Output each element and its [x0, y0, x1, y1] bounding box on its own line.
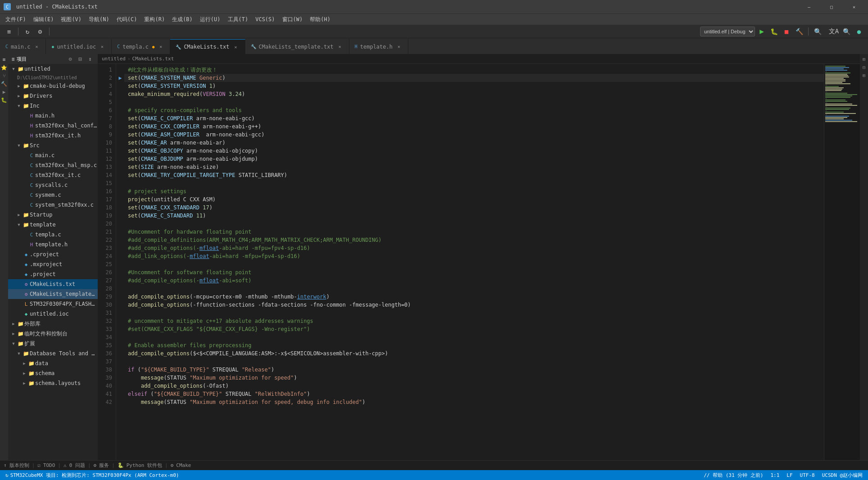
tab-close-template-h[interactable]: ✕ [395, 43, 402, 50]
sidebar-item-hal-msp-c[interactable]: C stm32f0xx_hal_msp.c [8, 160, 98, 170]
sidebar-item-system-c[interactable]: C system_stm32f0xx.c [8, 200, 98, 210]
code-editor[interactable]: #此文件从模板自动生成！请勿更改！ set(CMAKE_SYSTEM_NAME … [124, 64, 824, 460]
sidebar-item-main-h[interactable]: H main.h [8, 111, 98, 121]
tab-cmakelists[interactable]: 🔧 CMakeLists.txt ✕ [170, 39, 245, 54]
tab-cmakelists-template[interactable]: 🔧 CMakeLists_template.txt ✕ [245, 39, 349, 54]
bottom-todo-icon[interactable]: ☑ [37, 462, 41, 468]
sidebar-collapse-btn[interactable]: ⊟ [76, 55, 84, 63]
sidebar-item-ld[interactable]: L STM32F030F4PX_FLASH.ld [8, 299, 98, 309]
menu-tools[interactable]: 工具(T) [224, 15, 252, 24]
sidebar-item-temp-files[interactable]: ▶ 📁 临时文件和控制台 [8, 329, 98, 339]
status-csdn[interactable]: UCSDN @赵小编网 [820, 470, 864, 480]
tab-close-ioc[interactable]: ✕ [99, 43, 106, 50]
toolbar-translate-btn[interactable]: 文A [828, 27, 839, 36]
sidebar-item-schema-layouts[interactable]: ▶ 📁 schema.layouts [8, 378, 98, 388]
breadcrumb-file[interactable]: CMakeLists.txt [132, 56, 174, 62]
menu-view[interactable]: 视图(V) [57, 15, 85, 24]
sidebar-item-inc[interactable]: ▼ 📁 Inc [8, 101, 98, 111]
status-encoding[interactable]: UTF-8 [798, 470, 817, 480]
menu-run[interactable]: 运行(U) [196, 15, 224, 24]
stop-button[interactable]: ■ [781, 27, 792, 36]
build-button[interactable]: 🔨 [794, 27, 805, 36]
activity-project-icon[interactable]: ≡ [0, 56, 8, 63]
sidebar-item-schema[interactable]: ▶ 📁 schema [8, 368, 98, 378]
menu-help[interactable]: 帮助(H) [306, 15, 334, 24]
sidebar-item-external-libs[interactable]: ▶ 📁 外部库 [8, 319, 98, 329]
toolbar-search-btn[interactable]: 🔍 [841, 27, 852, 36]
close-button[interactable]: ✕ [844, 0, 864, 14]
sidebar-item-cmakelists-txt[interactable]: ⚙ CMakeLists.txt [8, 279, 98, 289]
breadcrumb-project[interactable]: untitled [102, 56, 126, 62]
toolbar-refresh-btn[interactable]: ↻ [22, 27, 33, 36]
sidebar-item-extensions[interactable]: ▼ 📁 扩展 [8, 339, 98, 349]
toolbar-project-btn[interactable]: ≡ [4, 27, 14, 36]
sidebar-item-main-c[interactable]: C main.c [8, 150, 98, 160]
menu-build[interactable]: 生成(B) [168, 15, 196, 24]
sidebar-item-db-tools[interactable]: ▼ 📁 Database Tools and SQL [8, 349, 98, 358]
tab-untitled-ioc[interactable]: ◆ untitled.ioc ✕ [46, 39, 112, 54]
menu-window[interactable]: 窗口(W) [279, 15, 307, 24]
toolbar-circle-btn[interactable]: ● [854, 27, 864, 36]
bottom-python-label[interactable]: Python 软件包 [127, 462, 162, 469]
menu-file[interactable]: 文件(F) [2, 15, 30, 24]
maximize-button[interactable]: □ [821, 0, 842, 14]
run-button[interactable]: ▶ [757, 27, 767, 36]
right-icon-3[interactable]: ⊞ [861, 72, 867, 78]
minimize-button[interactable]: — [799, 0, 819, 14]
sidebar-item-template-folder[interactable]: ▼ 📁 template [8, 220, 98, 230]
sidebar-item-data[interactable]: ▶ 📁 data [8, 358, 98, 368]
bottom-issues-label[interactable]: 0 问题 [69, 462, 85, 469]
sidebar-item-untitled-ioc[interactable]: ◆ untitled.ioc [8, 309, 98, 319]
menu-vcs[interactable]: VCS(S) [252, 15, 278, 23]
tab-templa-c[interactable]: C templa.c ● ✕ [112, 39, 170, 54]
bottom-cmake-label[interactable]: CMake [176, 462, 191, 468]
activity-debug-icon[interactable]: 🐛 [0, 96, 8, 104]
sidebar-item-mxproject[interactable]: ◈ .mxproject [8, 259, 98, 269]
tab-close-cmake-tmpl[interactable]: ✕ [336, 43, 344, 50]
tab-close-templa[interactable]: ✕ [157, 43, 164, 50]
tab-close-main-c[interactable]: ✕ [33, 43, 40, 50]
search-toolbar-btn[interactable]: 🔍 [812, 27, 823, 36]
sidebar-item-templa-c[interactable]: C templa.c [8, 230, 98, 240]
debug-button[interactable]: 🐛 [769, 27, 779, 36]
sidebar-item-sysmem-c[interactable]: C sysmem.c [8, 190, 98, 200]
sidebar-item-project[interactable]: ◈ .project [8, 269, 98, 279]
tab-main-c[interactable]: C main.c ✕ [0, 39, 46, 54]
right-icon-1[interactable]: ⊞ [861, 56, 867, 62]
menu-code[interactable]: 代码(C) [113, 15, 141, 24]
sidebar-item-template-h[interactable]: H template.h [8, 240, 98, 249]
sidebar-item-hal-conf-h[interactable]: H stm32f0xx_hal_conf.h [8, 121, 98, 131]
bottom-vcs-label[interactable]: 版本控制 [9, 462, 29, 469]
bottom-python-icon[interactable]: 🐍 [118, 462, 124, 468]
sidebar-item-untitled[interactable]: ▼ 📁 untitled [8, 64, 98, 74]
activity-git-icon[interactable]: ⑂ [0, 72, 8, 79]
toolbar-settings-btn[interactable]: ⚙ [35, 27, 45, 36]
status-position[interactable]: 1:1 [769, 470, 781, 480]
activity-build-icon[interactable]: 🔨 [0, 80, 8, 87]
bottom-todo-label[interactable]: TODO [43, 462, 55, 468]
menu-edit[interactable]: 编辑(E) [30, 15, 58, 24]
bottom-services-icon[interactable]: ⚙ [94, 462, 97, 468]
menu-navigate[interactable]: 导航(N) [85, 15, 113, 24]
status-sync[interactable]: ↻ STM32CubeMX 项目: 检测到芯片: STM32F030F4Px (… [4, 470, 181, 480]
sidebar-item-startup[interactable]: ▶ 📁 Startup [8, 210, 98, 220]
status-lf[interactable]: LF [785, 470, 794, 480]
sidebar-sort-btn[interactable]: ↕ [86, 55, 94, 63]
bottom-issues-icon[interactable]: ⚠ [63, 462, 67, 468]
sidebar-item-src[interactable]: ▼ 📁 Src [8, 140, 98, 150]
bottom-services-label[interactable]: 服务 [99, 462, 109, 469]
tab-template-h[interactable]: H template.h ✕ [349, 39, 408, 54]
menu-refactor[interactable]: 重构(R) [140, 15, 168, 24]
tab-close-cmake[interactable]: ✕ [232, 43, 240, 50]
bottom-vcs-icon[interactable]: ↑ [4, 462, 7, 468]
sidebar-item-cmake-build-debug[interactable]: ▶ 📁 cmake-build-debug [8, 81, 98, 91]
sidebar-item-drivers[interactable]: ▶ 📁 Drivers [8, 91, 98, 101]
sidebar-item-it-h[interactable]: H stm32f0xx_it.h [8, 131, 98, 140]
activity-run-icon[interactable]: ▶ [0, 88, 8, 95]
sidebar-settings-btn[interactable]: ⚙ [66, 55, 74, 63]
sidebar-item-cproject[interactable]: ◈ .cproject [8, 249, 98, 259]
sidebar-item-it-c[interactable]: C stm32f0xx_it.c [8, 170, 98, 180]
sidebar-item-syscalls-c[interactable]: C syscalls.c [8, 180, 98, 190]
activity-bookmark-icon[interactable]: ⭐ [0, 64, 8, 71]
build-config-select[interactable]: untitled.elf | Debug [700, 27, 755, 36]
